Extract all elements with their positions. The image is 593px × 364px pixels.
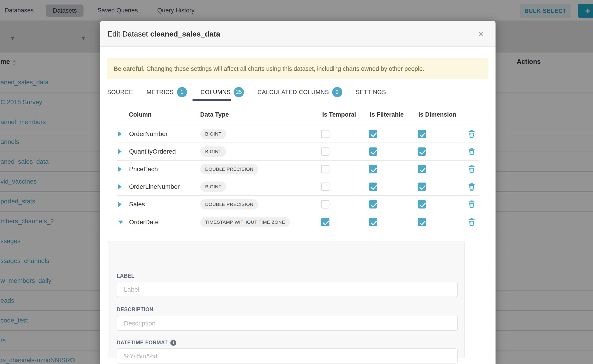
metrics-count-badge: 1 [177,87,187,97]
trash-icon[interactable] [468,130,475,138]
is-filterable-checkbox[interactable] [369,200,377,209]
is-filterable-checkbox[interactable] [369,165,377,173]
info-icon[interactable]: i [170,340,176,346]
modal-tabs: SOURCE METRICS 1 COLUMNS 25 CALCULATED C… [107,84,488,100]
datetime-format-field-label: DATETIME FORMAT i [117,340,176,346]
column-name: PriceEach [129,166,158,173]
is-dimension-checkbox[interactable] [418,183,426,191]
column-name: OrderNumber [129,130,168,137]
is-temporal-checkbox[interactable] [321,183,329,191]
description-field-label-text: DESCRIPTION [117,306,153,312]
is-dimension-checkbox[interactable] [418,148,426,156]
calculated-columns-count-badge: 0 [332,87,342,97]
expand-caret-icon[interactable] [118,167,122,172]
description-field-label: DESCRIPTION [117,306,153,312]
header-data-type: Data Type [200,111,229,118]
is-filterable-checkbox[interactable] [369,183,377,191]
is-temporal-checkbox[interactable] [321,200,329,209]
is-temporal-checkbox[interactable] [321,218,329,227]
expand-caret-icon[interactable] [118,149,122,154]
column-row: OrderLineNumber BIGINT [117,178,479,196]
close-icon[interactable]: ✕ [476,29,486,39]
tab-settings[interactable]: SETTINGS [356,89,386,96]
is-filterable-checkbox[interactable] [369,148,377,156]
is-dimension-checkbox[interactable] [418,165,426,173]
data-type-pill: BIGINT [200,146,226,157]
modal-title-prefix: Edit Dataset [107,30,148,38]
header-is-temporal: Is Temporal [322,111,356,118]
data-type-pill: BIGINT [200,182,226,192]
data-type-pill: TIMESTAMP WITHOUT TIME ZONE [200,217,290,227]
columns-table: Column Data Type Is Temporal Is Filterab… [117,104,479,231]
is-dimension-checkbox[interactable] [418,200,426,209]
trash-icon[interactable] [468,201,475,208]
tab-label: METRICS [146,89,174,96]
label-field-label: LABEL [117,273,134,279]
modal-title: Edit Dataset cleaned_sales_data [107,21,220,47]
modal-header: Edit Dataset cleaned_sales_data ✕ [100,21,495,47]
data-type-pill: DOUBLE PRECISION [200,164,258,174]
is-filterable-checkbox[interactable] [369,218,377,227]
warning-banner-bold: Be careful. [113,65,145,72]
datetime-format-label-text: DATETIME FORMAT [117,340,168,346]
header-is-filterable: Is Filterable [370,111,404,118]
column-row: QuantityOrdered BIGINT [117,143,479,161]
column-row: OrderDate TIMESTAMP WITHOUT TIME ZONE [117,213,479,231]
tab-source[interactable]: SOURCE [107,89,133,96]
expand-caret-icon[interactable] [118,202,122,207]
label-field-label-text: LABEL [117,273,134,279]
trash-icon[interactable] [468,165,475,173]
active-tab-indicator [192,99,231,101]
data-type-pill: BIGINT [200,129,226,139]
description-input[interactable] [117,316,458,331]
expand-caret-icon[interactable] [118,184,122,189]
is-filterable-checkbox[interactable] [369,130,377,138]
expand-caret-icon[interactable] [118,221,123,224]
is-temporal-checkbox[interactable] [321,130,329,138]
columns-table-header: Column Data Type Is Temporal Is Filterab… [117,104,479,125]
column-name: QuantityOrdered [129,148,176,155]
column-name: Sales [129,201,145,208]
is-temporal-checkbox[interactable] [321,148,329,156]
tab-label: SOURCE [107,89,133,96]
tab-columns[interactable]: COLUMNS 25 [201,87,244,97]
tab-calculated-columns[interactable]: CALCULATED COLUMNS 0 [257,87,342,97]
modal-title-dataset-name: cleaned_sales_data [150,30,220,38]
tab-label: SETTINGS [356,89,386,96]
screen: Databases Datasets Saved Queries Query H… [0,0,593,364]
warning-banner: Be careful. Changing these settings will… [107,58,488,79]
header-is-dimension: Is Dimension [418,111,456,118]
column-row: Sales DOUBLE PRECISION [117,196,479,213]
column-row: PriceEach DOUBLE PRECISION [117,161,479,178]
columns-count-badge: 25 [234,87,244,97]
column-name: OrderLineNumber [129,183,180,190]
trash-icon[interactable] [468,148,475,155]
trash-icon[interactable] [468,218,475,226]
trash-icon[interactable] [468,183,475,191]
is-dimension-checkbox[interactable] [418,130,426,138]
tab-label: CALCULATED COLUMNS [257,89,329,96]
label-input[interactable] [117,282,458,297]
column-editor-panel: LABEL DESCRIPTION DATETIME FORMAT i [108,241,465,358]
tab-label: COLUMNS [201,89,231,96]
tab-metrics[interactable]: METRICS 1 [146,87,187,97]
datetime-format-input[interactable] [117,348,458,364]
expand-caret-icon[interactable] [118,131,122,136]
is-dimension-checkbox[interactable] [418,218,426,227]
data-type-pill: DOUBLE PRECISION [200,199,258,209]
column-row: OrderNumber BIGINT [117,125,479,143]
header-column: Column [129,111,152,118]
edit-dataset-modal: Edit Dataset cleaned_sales_data ✕ Be car… [100,21,495,364]
column-name: OrderDate [129,219,159,226]
is-temporal-checkbox[interactable] [321,165,329,173]
warning-banner-text: Changing these settings will affect all … [146,65,424,72]
